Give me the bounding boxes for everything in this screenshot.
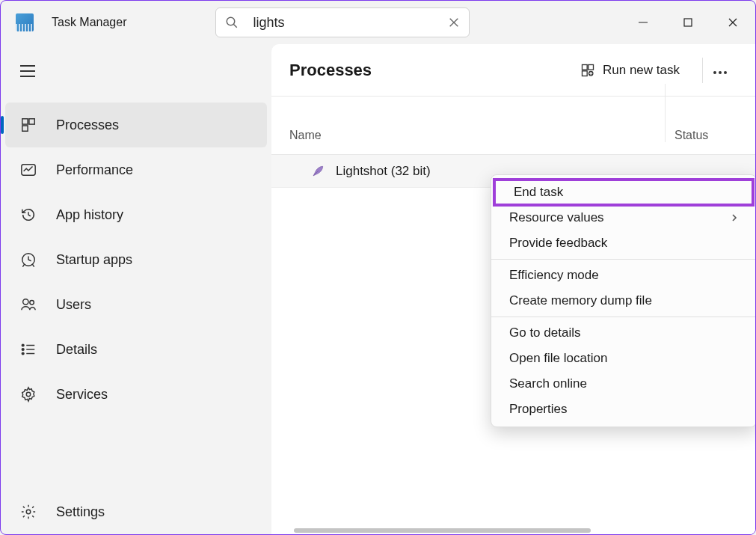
clear-icon[interactable] <box>448 16 460 28</box>
svg-rect-28 <box>583 70 588 76</box>
sidebar-item-label: Details <box>56 342 97 358</box>
title-bar: Task Manager <box>1 1 755 44</box>
svg-point-16 <box>23 299 28 305</box>
sidebar-item-label: Users <box>56 297 91 313</box>
search-icon <box>225 16 239 29</box>
search-box[interactable] <box>215 7 470 37</box>
startup-icon <box>20 251 37 268</box>
page-title: Processes <box>289 61 571 80</box>
svg-point-17 <box>30 301 34 305</box>
column-status[interactable]: Status <box>665 84 755 142</box>
app-title: Task Manager <box>52 16 127 29</box>
svg-rect-27 <box>588 64 594 70</box>
services-icon <box>20 386 37 403</box>
sidebar-item-startup-apps[interactable]: Startup apps <box>5 237 267 282</box>
sidebar-item-details[interactable]: Details <box>5 327 267 372</box>
ctx-efficiency-mode[interactable]: Efficiency mode <box>491 263 756 288</box>
sidebar-item-label: App history <box>56 207 123 223</box>
svg-point-24 <box>26 392 31 397</box>
sidebar-item-label: Performance <box>56 162 133 178</box>
separator <box>491 317 756 317</box>
sort-icon <box>326 131 335 140</box>
svg-rect-12 <box>29 119 34 124</box>
sidebar-item-performance[interactable]: Performance <box>5 147 267 192</box>
ctx-properties[interactable]: Properties <box>491 397 756 422</box>
ctx-go-to-details[interactable]: Go to details <box>491 320 756 346</box>
chevron-right-icon <box>731 213 738 222</box>
users-icon <box>20 296 37 313</box>
sidebar-item-settings[interactable]: Settings <box>5 489 267 534</box>
details-icon <box>20 341 37 358</box>
ctx-open-file-location[interactable]: Open file location <box>491 346 756 371</box>
maximize-button[interactable] <box>666 4 710 40</box>
separator <box>491 259 756 260</box>
context-menu: End task Resource values Provide feedbac… <box>491 174 756 427</box>
app-feather-icon <box>310 164 325 179</box>
table-header: Name Status <box>271 97 755 155</box>
svg-point-33 <box>719 71 722 74</box>
search-input[interactable] <box>253 15 448 31</box>
svg-rect-13 <box>22 126 28 131</box>
svg-point-32 <box>713 71 716 74</box>
ctx-search-online[interactable]: Search online <box>491 371 756 397</box>
sidebar-item-label: Settings <box>56 504 105 520</box>
app-icon <box>16 13 34 31</box>
minimize-button[interactable] <box>621 4 666 40</box>
sidebar-item-label: Services <box>56 387 108 403</box>
svg-rect-5 <box>684 19 692 26</box>
sidebar-item-label: Startup apps <box>56 252 132 268</box>
svg-point-34 <box>724 71 727 74</box>
run-new-task-button[interactable]: Run new task <box>571 58 689 82</box>
performance-icon <box>20 162 37 178</box>
sidebar-item-processes[interactable]: Processes <box>5 103 267 147</box>
svg-line-1 <box>233 24 237 28</box>
svg-point-25 <box>26 510 31 514</box>
svg-point-22 <box>22 352 24 355</box>
sidebar-item-app-history[interactable]: App history <box>5 192 267 237</box>
ctx-end-task[interactable]: End task <box>493 178 755 207</box>
sidebar: Processes Performance App history Startu… <box>1 44 271 534</box>
svg-rect-26 <box>583 64 588 70</box>
hamburger-button[interactable] <box>10 55 46 88</box>
svg-point-0 <box>227 17 235 25</box>
column-name[interactable]: Name <box>271 129 665 142</box>
svg-point-20 <box>22 349 24 351</box>
ctx-create-dump[interactable]: Create memory dump file <box>491 288 756 314</box>
sidebar-item-users[interactable]: Users <box>5 282 267 327</box>
ctx-provide-feedback[interactable]: Provide feedback <box>491 230 756 256</box>
sidebar-item-services[interactable]: Services <box>5 372 267 417</box>
processes-icon <box>20 117 37 133</box>
sidebar-item-label: Processes <box>56 117 119 133</box>
more-options-button[interactable] <box>702 58 737 83</box>
content-area: Processes Run new task Name Status Light… <box>271 44 755 534</box>
run-task-icon <box>580 63 595 78</box>
history-icon <box>20 207 37 223</box>
svg-rect-11 <box>22 119 28 124</box>
process-name: Lightshot (32 bit) <box>336 164 431 179</box>
window-controls <box>621 4 755 40</box>
close-button[interactable] <box>710 4 755 40</box>
ctx-resource-values[interactable]: Resource values <box>491 205 756 230</box>
horizontal-scrollbar[interactable] <box>294 528 591 533</box>
settings-icon <box>20 504 37 520</box>
svg-point-18 <box>22 344 24 346</box>
